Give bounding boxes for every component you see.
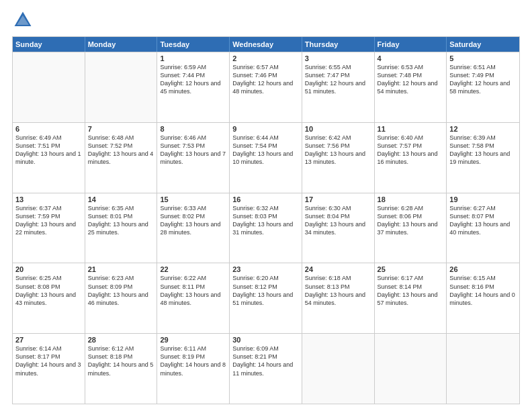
weekday-header: Friday — [375, 37, 447, 52]
day-number: 3 — [305, 54, 371, 62]
day-info: Sunrise: 6:44 AM Sunset: 7:54 PM Dayligh… — [232, 134, 299, 167]
logo — [12, 9, 36, 31]
calendar-body: 1Sunrise: 6:59 AM Sunset: 7:44 PM Daylig… — [13, 52, 519, 404]
day-info: Sunrise: 6:17 AM Sunset: 8:14 PM Dayligh… — [378, 274, 444, 307]
calendar-cell: 26Sunrise: 6:15 AM Sunset: 8:16 PM Dayli… — [447, 263, 519, 333]
calendar-cell: 11Sunrise: 6:40 AM Sunset: 7:57 PM Dayli… — [375, 123, 447, 193]
day-info: Sunrise: 6:40 AM Sunset: 7:57 PM Dayligh… — [378, 134, 444, 167]
day-number: 2 — [232, 54, 299, 62]
day-number: 23 — [232, 265, 299, 273]
calendar-cell — [13, 52, 85, 122]
day-number: 25 — [378, 265, 444, 273]
day-number: 10 — [305, 125, 371, 133]
day-number: 4 — [378, 54, 444, 62]
calendar-cell: 23Sunrise: 6:20 AM Sunset: 8:12 PM Dayli… — [230, 263, 302, 333]
day-number: 8 — [160, 125, 226, 133]
day-number: 5 — [449, 54, 517, 62]
day-number: 12 — [449, 125, 517, 133]
calendar-row: 1Sunrise: 6:59 AM Sunset: 7:44 PM Daylig… — [13, 52, 519, 122]
header — [12, 9, 520, 31]
day-number: 26 — [449, 265, 517, 273]
calendar-cell: 24Sunrise: 6:18 AM Sunset: 8:13 PM Dayli… — [302, 263, 375, 333]
day-info: Sunrise: 6:11 AM Sunset: 8:19 PM Dayligh… — [160, 345, 226, 377]
calendar-cell: 22Sunrise: 6:22 AM Sunset: 8:11 PM Dayli… — [157, 263, 230, 333]
calendar-cell: 6Sunrise: 6:49 AM Sunset: 7:51 PM Daylig… — [13, 123, 85, 193]
weekday-header: Wednesday — [230, 37, 302, 52]
day-number: 11 — [378, 125, 444, 133]
calendar-header: SundayMondayTuesdayWednesdayThursdayFrid… — [13, 37, 519, 52]
day-info: Sunrise: 6:48 AM Sunset: 7:52 PM Dayligh… — [88, 134, 154, 167]
calendar-cell: 21Sunrise: 6:23 AM Sunset: 8:09 PM Dayli… — [85, 263, 158, 333]
day-number: 22 — [160, 265, 226, 273]
day-info: Sunrise: 6:49 AM Sunset: 7:51 PM Dayligh… — [15, 134, 82, 167]
calendar-cell: 19Sunrise: 6:27 AM Sunset: 8:07 PM Dayli… — [447, 193, 519, 263]
weekday-header: Saturday — [447, 37, 519, 52]
calendar-cell: 10Sunrise: 6:42 AM Sunset: 7:56 PM Dayli… — [302, 123, 375, 193]
calendar-cell: 12Sunrise: 6:39 AM Sunset: 7:58 PM Dayli… — [447, 123, 519, 193]
calendar-cell: 16Sunrise: 6:32 AM Sunset: 8:03 PM Dayli… — [230, 193, 302, 263]
day-number: 19 — [449, 195, 517, 203]
calendar-cell: 15Sunrise: 6:33 AM Sunset: 8:02 PM Dayli… — [157, 193, 230, 263]
day-info: Sunrise: 6:33 AM Sunset: 8:02 PM Dayligh… — [160, 204, 226, 237]
day-number: 28 — [88, 336, 154, 344]
day-number: 17 — [305, 195, 371, 203]
calendar-cell: 28Sunrise: 6:12 AM Sunset: 8:18 PM Dayli… — [85, 334, 158, 404]
day-info: Sunrise: 6:37 AM Sunset: 7:59 PM Dayligh… — [15, 204, 82, 237]
weekday-header: Sunday — [13, 37, 85, 52]
day-info: Sunrise: 6:15 AM Sunset: 8:16 PM Dayligh… — [449, 274, 517, 307]
day-info: Sunrise: 6:25 AM Sunset: 8:08 PM Dayligh… — [15, 274, 82, 307]
day-info: Sunrise: 6:12 AM Sunset: 8:18 PM Dayligh… — [88, 345, 154, 377]
calendar-cell: 29Sunrise: 6:11 AM Sunset: 8:19 PM Dayli… — [157, 334, 230, 404]
day-info: Sunrise: 6:59 AM Sunset: 7:44 PM Dayligh… — [160, 63, 226, 96]
weekday-header: Tuesday — [157, 37, 230, 52]
calendar-cell: 17Sunrise: 6:30 AM Sunset: 8:04 PM Dayli… — [302, 193, 375, 263]
weekday-header: Thursday — [302, 37, 375, 52]
calendar-cell — [375, 334, 447, 404]
day-number: 30 — [232, 336, 299, 344]
calendar-cell — [85, 52, 158, 122]
day-number: 16 — [232, 195, 299, 203]
calendar-cell — [447, 334, 519, 404]
day-number: 14 — [88, 195, 154, 203]
weekday-header: Monday — [85, 37, 158, 52]
day-info: Sunrise: 6:20 AM Sunset: 8:12 PM Dayligh… — [232, 274, 299, 307]
day-number: 6 — [15, 125, 82, 133]
day-number: 18 — [378, 195, 444, 203]
day-number: 9 — [232, 125, 299, 133]
calendar-cell: 3Sunrise: 6:55 AM Sunset: 7:47 PM Daylig… — [302, 52, 375, 122]
day-number: 21 — [88, 265, 154, 273]
day-info: Sunrise: 6:23 AM Sunset: 8:09 PM Dayligh… — [88, 274, 154, 307]
day-number: 15 — [160, 195, 226, 203]
calendar-row: 13Sunrise: 6:37 AM Sunset: 7:59 PM Dayli… — [13, 193, 519, 263]
day-info: Sunrise: 6:57 AM Sunset: 7:46 PM Dayligh… — [232, 63, 299, 96]
day-info: Sunrise: 6:39 AM Sunset: 7:58 PM Dayligh… — [449, 134, 517, 167]
calendar-cell: 9Sunrise: 6:44 AM Sunset: 7:54 PM Daylig… — [230, 123, 302, 193]
calendar-cell: 4Sunrise: 6:53 AM Sunset: 7:48 PM Daylig… — [375, 52, 447, 122]
day-info: Sunrise: 6:42 AM Sunset: 7:56 PM Dayligh… — [305, 134, 371, 167]
day-number: 29 — [160, 336, 226, 344]
day-info: Sunrise: 6:30 AM Sunset: 8:04 PM Dayligh… — [305, 204, 371, 237]
day-info: Sunrise: 6:22 AM Sunset: 8:11 PM Dayligh… — [160, 274, 226, 307]
calendar-cell: 20Sunrise: 6:25 AM Sunset: 8:08 PM Dayli… — [13, 263, 85, 333]
day-info: Sunrise: 6:27 AM Sunset: 8:07 PM Dayligh… — [449, 204, 517, 237]
day-info: Sunrise: 6:28 AM Sunset: 8:06 PM Dayligh… — [378, 204, 444, 237]
day-info: Sunrise: 6:35 AM Sunset: 8:01 PM Dayligh… — [88, 204, 154, 237]
calendar-cell: 5Sunrise: 6:51 AM Sunset: 7:49 PM Daylig… — [447, 52, 519, 122]
calendar-cell: 2Sunrise: 6:57 AM Sunset: 7:46 PM Daylig… — [230, 52, 302, 122]
day-number: 13 — [15, 195, 82, 203]
calendar-cell: 13Sunrise: 6:37 AM Sunset: 7:59 PM Dayli… — [13, 193, 85, 263]
calendar-cell: 25Sunrise: 6:17 AM Sunset: 8:14 PM Dayli… — [375, 263, 447, 333]
calendar-cell: 8Sunrise: 6:46 AM Sunset: 7:53 PM Daylig… — [157, 123, 230, 193]
calendar-cell: 1Sunrise: 6:59 AM Sunset: 7:44 PM Daylig… — [157, 52, 230, 122]
day-info: Sunrise: 6:46 AM Sunset: 7:53 PM Dayligh… — [160, 134, 226, 167]
logo-icon — [12, 9, 34, 31]
day-info: Sunrise: 6:18 AM Sunset: 8:13 PM Dayligh… — [305, 274, 371, 307]
calendar-cell: 18Sunrise: 6:28 AM Sunset: 8:06 PM Dayli… — [375, 193, 447, 263]
day-number: 7 — [88, 125, 154, 133]
day-number: 27 — [15, 336, 82, 344]
day-info: Sunrise: 6:53 AM Sunset: 7:48 PM Dayligh… — [378, 63, 444, 96]
day-number: 20 — [15, 265, 82, 273]
calendar-row: 20Sunrise: 6:25 AM Sunset: 8:08 PM Dayli… — [13, 263, 519, 333]
calendar-row: 6Sunrise: 6:49 AM Sunset: 7:51 PM Daylig… — [13, 122, 519, 193]
calendar-cell: 27Sunrise: 6:14 AM Sunset: 8:17 PM Dayli… — [13, 334, 85, 404]
